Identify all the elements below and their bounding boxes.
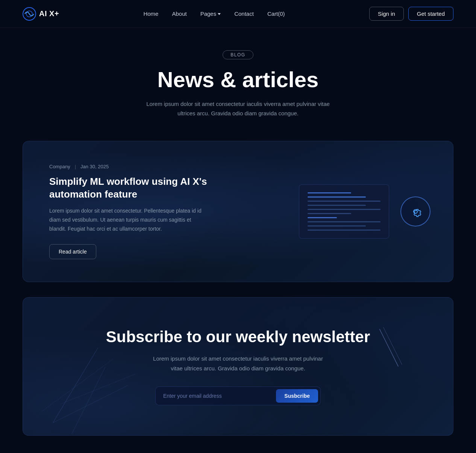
signin-button[interactable]: Sign in (369, 7, 404, 21)
hero-section: BLOG News & articles Lorem ipsum dolor s… (0, 28, 476, 133)
subscribe-content: Subscribe to our weekly newsletter Lorem… (45, 328, 431, 405)
subscribe-form: Susbcribe (155, 387, 321, 405)
doc-line-9 (308, 225, 366, 226)
blog-badge: BLOG (223, 50, 253, 59)
navbar: AI X+ Home About Pages Contact Cart(0) S… (0, 0, 476, 28)
getstarted-button[interactable]: Get started (408, 7, 453, 21)
hero-title: News & articles (23, 68, 453, 92)
read-article-button[interactable]: Read article (49, 244, 96, 259)
meta-divider: | (75, 164, 76, 169)
doc-line-3 (308, 201, 380, 202)
hero-description: Lorem ipsum dolor sit amet consectetur i… (144, 99, 332, 118)
subscribe-section: Subscribe to our weekly newsletter Lorem… (23, 297, 453, 436)
subscribe-description: Lorem ipsum dolor sit amet consectetur i… (148, 354, 328, 373)
nav-link-pages[interactable]: Pages (200, 11, 221, 17)
article-title: Simplify ML workflow using AI X's automa… (49, 175, 207, 201)
nav-links: Home About Pages Contact Cart(0) (143, 11, 285, 17)
gear-circle (400, 196, 431, 226)
article-category: Company (49, 164, 70, 169)
doc-line-1 (308, 192, 351, 193)
doc-line-7 (308, 217, 337, 218)
doc-line-5 (308, 209, 380, 210)
footer-spacer (0, 451, 476, 453)
article-meta: Company | Jan 30, 2025 (49, 164, 207, 169)
doc-line-4 (308, 205, 366, 206)
nav-link-about[interactable]: About (172, 11, 186, 17)
doc-line-2 (308, 196, 366, 198)
featured-article-card: Company | Jan 30, 2025 Simplify ML workf… (23, 141, 453, 282)
article-content: Company | Jan 30, 2025 Simplify ML workf… (49, 164, 207, 259)
gear-icon (408, 204, 423, 219)
nav-link-cart[interactable]: Cart(0) (267, 11, 285, 17)
doc-line-8 (308, 221, 380, 222)
subscribe-title: Subscribe to our weekly newsletter (45, 328, 431, 346)
doc-line-10 (308, 230, 380, 231)
subscribe-button[interactable]: Susbcribe (276, 389, 318, 403)
logo-text: AI X+ (39, 9, 59, 18)
article-date: Jan 30, 2025 (80, 164, 109, 169)
article-illustration (299, 184, 431, 239)
logo-icon (23, 7, 36, 21)
logo[interactable]: AI X+ (23, 7, 59, 21)
article-excerpt: Lorem ipsum dolor sit amet consectetur. … (49, 207, 207, 233)
nav-actions: Sign in Get started (369, 7, 453, 21)
email-input[interactable] (158, 390, 276, 402)
doc-line-6 (308, 213, 351, 214)
nav-link-contact[interactable]: Contact (234, 11, 254, 17)
pages-chevron-icon (218, 13, 221, 15)
nav-link-home[interactable]: Home (143, 11, 158, 17)
doc-card (299, 184, 389, 239)
